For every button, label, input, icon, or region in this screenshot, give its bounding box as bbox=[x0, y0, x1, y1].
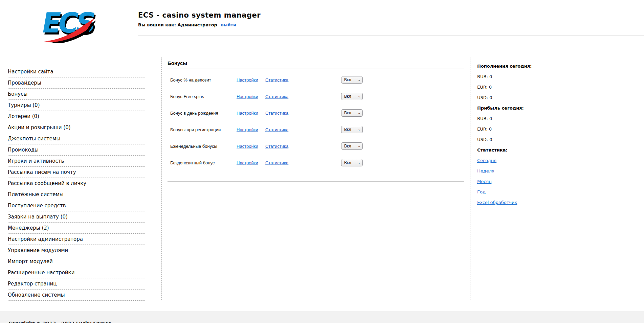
bonus-name: Бездепозитный бонус bbox=[170, 160, 215, 165]
bonus-statistics-link[interactable]: Статистика bbox=[265, 143, 288, 148]
sidebar-item[interactable]: Обновление системы bbox=[8, 290, 145, 301]
sidebar-item[interactable]: Рассылка писем на почту bbox=[8, 167, 145, 178]
statistics-links: Сегодня Неделя Месяц Год Excel обработчи… bbox=[477, 157, 589, 206]
stats-panel: Пополнения сегодня: RUB: 0 EUR: 0 USD: 0… bbox=[477, 63, 589, 210]
bonus-name: Бонус Free spins bbox=[170, 94, 204, 99]
bonus-settings-link[interactable]: Настройки bbox=[237, 143, 258, 148]
bonus-name: Еженедельные бонусы bbox=[170, 143, 217, 148]
sidebar-item-label: Управление модулями bbox=[8, 247, 68, 253]
sidebar-item[interactable]: Турниры (0) bbox=[8, 100, 145, 111]
sidebar-item-label: Настройки сайта bbox=[8, 69, 53, 75]
currency-amount: EUR: 0 bbox=[477, 126, 589, 133]
bonus-state-select[interactable]: Вкл bbox=[341, 159, 363, 166]
bonus-row: Бездепозитный бонус Настройки Статистика… bbox=[168, 154, 464, 171]
statistics-period-link[interactable]: Год bbox=[477, 189, 486, 195]
bonuses-top-rule bbox=[168, 69, 464, 69]
bonus-settings-link[interactable]: Настройки bbox=[237, 160, 258, 165]
sidebar-item-label: Турниры (0) bbox=[8, 102, 40, 108]
sidebar-item[interactable]: Провайдеры bbox=[8, 77, 145, 89]
statistics-title: Статистика: bbox=[477, 147, 589, 154]
bonus-state-select-wrap: Вкл ⌄ bbox=[341, 93, 363, 100]
bonus-settings-link[interactable]: Настройки bbox=[237, 94, 258, 99]
sidebar-item[interactable]: Джекпоты системы bbox=[8, 133, 145, 144]
sidebar-item[interactable]: Поступление средств bbox=[8, 200, 145, 211]
bonus-settings-link[interactable]: Настройки bbox=[237, 77, 258, 82]
currency-amount: USD: 0 bbox=[477, 94, 589, 101]
header-divider bbox=[138, 35, 644, 36]
sidebar-item[interactable]: Настройки администратора bbox=[8, 234, 145, 245]
sidebar-item-label: Акции и розыгрыши (0) bbox=[8, 124, 71, 131]
bonus-state-select-wrap: Вкл ⌄ bbox=[341, 159, 363, 166]
divider-sidebar-main bbox=[161, 57, 162, 301]
bonus-state-select[interactable]: Вкл bbox=[341, 126, 363, 133]
sidebar-item[interactable]: Редактор страниц bbox=[8, 278, 145, 290]
bonus-settings-link[interactable]: Настройки bbox=[237, 110, 258, 115]
bonus-statistics-link[interactable]: Статистика bbox=[265, 110, 288, 115]
login-status-text: Вы вошли как: Администратор bbox=[138, 22, 217, 27]
statistics-period-link[interactable]: Месяц bbox=[477, 178, 492, 185]
bonus-row: Еженедельные бонусы Настройки Статистика… bbox=[168, 138, 464, 154]
sidebar-item-label: Джекпоты системы bbox=[8, 136, 60, 142]
sidebar-item[interactable]: Платёжные системы bbox=[8, 189, 145, 200]
bonuses-bottom-rule bbox=[168, 181, 464, 182]
sidebar-item[interactable]: Заявки на выплату (0) bbox=[8, 211, 145, 223]
bonus-state-select-wrap: Вкл ⌄ bbox=[341, 109, 363, 117]
sidebar-item[interactable]: Менеджеры (2) bbox=[8, 223, 145, 234]
bonus-row: Бонусы при регистрации Настройки Статист… bbox=[168, 121, 464, 138]
sidebar-item-label: Рассылка писем на почту bbox=[8, 169, 76, 175]
sidebar-item[interactable]: Промокоды bbox=[8, 144, 145, 156]
deposits-today-list: RUB: 0 EUR: 0 USD: 0 bbox=[477, 73, 589, 101]
bonus-state-select-wrap: Вкл ⌄ bbox=[341, 142, 363, 150]
sidebar-item-label: Настройки администратора bbox=[8, 236, 83, 242]
sidebar-item-label: Обновление системы bbox=[8, 292, 65, 298]
sidebar-item[interactable]: Настройки сайта bbox=[8, 66, 145, 77]
page: ECS ECS ECS - casino system manager Вы в… bbox=[0, 0, 644, 323]
currency-amount: EUR: 0 bbox=[477, 84, 589, 91]
sidebar-item-label: Менеджеры (2) bbox=[8, 225, 49, 231]
page-title: ECS - casino system manager bbox=[138, 11, 261, 19]
bonus-statistics-link[interactable]: Статистика bbox=[265, 94, 288, 99]
sidebar-item[interactable]: Рассылка сообщений в личку bbox=[8, 178, 145, 189]
bonus-state-select-wrap: Вкл ⌄ bbox=[341, 76, 363, 84]
ecs-logo: ECS ECS bbox=[36, 3, 98, 43]
sidebar-item-label: Промокоды bbox=[8, 147, 39, 153]
sidebar-item[interactable]: Расширенные настройки bbox=[8, 267, 145, 278]
statistics-period-link[interactable]: Excel обработчик bbox=[477, 199, 517, 206]
footer: Copyright © 2013 - 2023 Lucky Games bbox=[0, 311, 644, 323]
sidebar-item-label: Провайдеры bbox=[8, 80, 41, 86]
logout-link[interactable]: выйти bbox=[221, 22, 236, 27]
bonus-state-select[interactable]: Вкл bbox=[341, 93, 363, 100]
sidebar-item[interactable]: Игроки и активность bbox=[8, 156, 145, 167]
copyright-text: Copyright © 2013 - 2023 Lucky Games bbox=[0, 311, 644, 323]
bonus-state-select[interactable]: Вкл bbox=[341, 76, 363, 84]
sidebar-item[interactable]: Акции и розыгрыши (0) bbox=[8, 122, 145, 133]
bonus-statistics-link[interactable]: Статистика bbox=[265, 127, 288, 132]
bonus-name: Бонус % на депозит bbox=[170, 77, 211, 82]
sidebar-nav: Настройки сайта Провайдеры Бонусы Турнир… bbox=[8, 66, 145, 301]
bonus-statistics-link[interactable]: Статистика bbox=[265, 77, 288, 82]
sidebar-item[interactable]: Бонусы bbox=[8, 89, 145, 100]
bonus-settings-link[interactable]: Настройки bbox=[237, 127, 258, 132]
sidebar-item-label: Платёжные системы bbox=[8, 191, 64, 198]
sidebar-item[interactable]: Импорт модулей bbox=[8, 256, 145, 267]
sidebar-item[interactable]: Управление модулями bbox=[8, 245, 145, 256]
sidebar-item-label: Игроки и активность bbox=[8, 158, 64, 164]
profit-today-title: Прибыль сегодня: bbox=[477, 105, 589, 112]
sidebar-item-label: Редактор страниц bbox=[8, 281, 57, 287]
sidebar-item-label: Расширенные настройки bbox=[8, 270, 74, 276]
bonus-statistics-link[interactable]: Статистика bbox=[265, 160, 288, 165]
currency-amount: RUB: 0 bbox=[477, 73, 589, 80]
sidebar-item-label: Лотереи (0) bbox=[8, 113, 39, 119]
bonus-state-select[interactable]: Вкл bbox=[341, 109, 363, 117]
sidebar-item-label: Заявки на выплату (0) bbox=[8, 214, 68, 220]
bonuses-panel: Бонусы Бонус % на депозит Настройки Стат… bbox=[168, 60, 464, 182]
sidebar-item-label: Рассылка сообщений в личку bbox=[8, 180, 86, 186]
divider-main-rightpanel bbox=[470, 57, 470, 301]
statistics-period-link[interactable]: Неделя bbox=[477, 168, 494, 175]
bonus-state-select[interactable]: Вкл bbox=[341, 142, 363, 150]
sidebar-item-label: Бонусы bbox=[8, 91, 27, 97]
statistics-period-link[interactable]: Сегодня bbox=[477, 157, 496, 164]
bonus-row: Бонус % на депозит Настройки Статистика … bbox=[168, 71, 464, 88]
bonus-name: Бонусы при регистрации bbox=[170, 127, 221, 132]
sidebar-item[interactable]: Лотереи (0) bbox=[8, 111, 145, 122]
